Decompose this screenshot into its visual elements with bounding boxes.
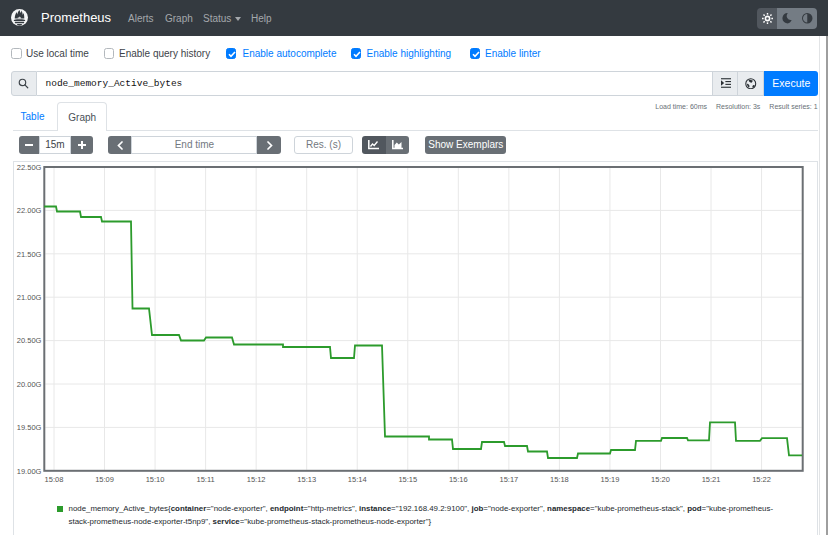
svg-text:15:16: 15:16 bbox=[449, 475, 468, 484]
svg-text:22.50G: 22.50G bbox=[17, 163, 42, 172]
svg-text:15:22: 15:22 bbox=[752, 475, 771, 484]
svg-text:15:17: 15:17 bbox=[499, 475, 518, 484]
svg-text:21.50G: 21.50G bbox=[17, 250, 42, 259]
svg-text:15:11: 15:11 bbox=[197, 475, 215, 484]
svg-text:15:10: 15:10 bbox=[146, 475, 165, 484]
svg-text:22.00G: 22.00G bbox=[17, 206, 42, 215]
svg-text:15:15: 15:15 bbox=[398, 475, 417, 484]
svg-text:20.50G: 20.50G bbox=[17, 336, 42, 345]
svg-text:15:19: 15:19 bbox=[601, 475, 620, 484]
svg-text:15:13: 15:13 bbox=[297, 475, 316, 484]
svg-text:19.00G: 19.00G bbox=[17, 467, 42, 476]
svg-text:19.50G: 19.50G bbox=[17, 423, 42, 432]
svg-text:15:20: 15:20 bbox=[651, 475, 670, 484]
svg-text:15:14: 15:14 bbox=[348, 475, 367, 484]
svg-text:20.00G: 20.00G bbox=[17, 380, 42, 389]
svg-text:15:12: 15:12 bbox=[247, 475, 266, 484]
svg-text:15:08: 15:08 bbox=[45, 475, 64, 484]
svg-text:21.00G: 21.00G bbox=[17, 293, 42, 302]
svg-text:15:18: 15:18 bbox=[550, 475, 569, 484]
svg-text:15:21: 15:21 bbox=[702, 475, 721, 484]
svg-text:15:09: 15:09 bbox=[95, 475, 114, 484]
